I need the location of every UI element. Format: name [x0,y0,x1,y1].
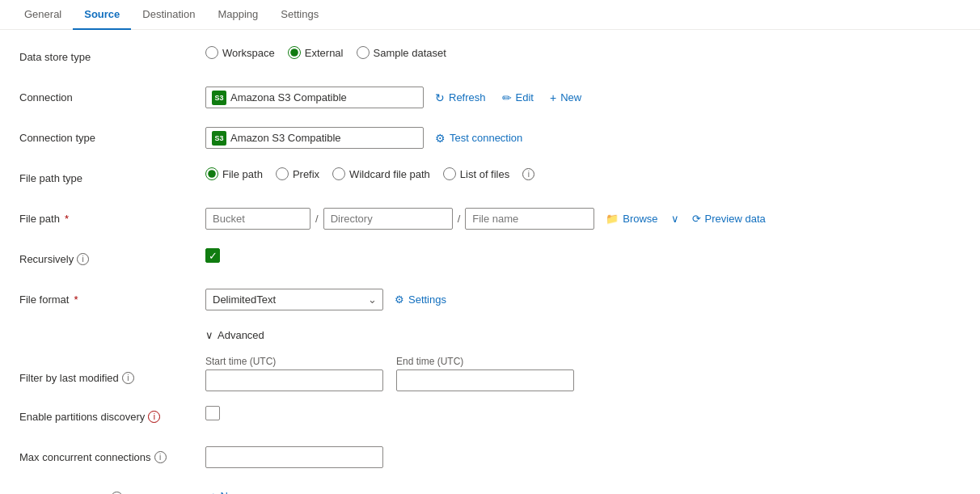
connection-select[interactable]: Amazona S3 Compatible [205,87,424,108]
browse-button[interactable]: 📁 Browse [601,209,662,228]
additional-new-label: New [221,490,242,494]
max-connections-info-icon[interactable]: i [154,451,167,463]
file-path-inputs: / / [205,208,594,230]
additional-columns-new-button[interactable]: + New [205,487,247,494]
radio-wildcard-label: Wildcard file path [349,168,430,180]
recursively-label: Recursively i [19,248,205,265]
tab-mapping[interactable]: Mapping [206,0,269,30]
edit-button[interactable]: ✏ Edit [497,88,539,108]
browse-dropdown-button[interactable]: ∨ [670,209,681,228]
file-format-required: * [74,293,78,306]
connection-type-select-wrapper: S3 Amazon S3 Compatible [205,127,424,149]
filter-label: Filter by last modified i [19,356,205,384]
data-store-type-label: Data store type [19,46,205,63]
file-path-type-info-icon[interactable]: i [522,168,534,180]
radio-wildcard[interactable]: Wildcard file path [332,167,430,180]
connection-label: Connection [19,87,205,103]
start-time-label: Start time (UTC) [205,356,383,367]
edit-icon: ✏ [502,91,512,104]
file-path-type-row: File path type File path Prefix Wildcard… [19,167,951,193]
file-format-row: File format* DelimitedText ⚙ Settings [19,289,951,315]
filename-input[interactable] [465,208,594,230]
refresh-button[interactable]: ↻ Refresh [430,88,491,108]
file-path-row: File path* / / 📁 Browse ∨ ⟳ Preview data [19,208,951,234]
radio-workspace[interactable]: Workspace [205,46,275,59]
radio-external-label: External [305,47,344,59]
file-format-label: File format* [19,289,205,306]
file-format-settings-button[interactable]: ⚙ Settings [390,290,451,309]
radio-listoffiles[interactable]: List of files [443,167,509,180]
radio-sample-input[interactable] [357,46,370,59]
file-format-select[interactable]: DelimitedText [205,289,383,310]
test-connection-button[interactable]: ⚙ Test connection [430,129,527,148]
connection-row: Connection S3 Amazona S3 Compatible ↻ Re… [19,87,951,112]
radio-sample[interactable]: Sample dataset [357,46,446,59]
partitions-label: Enable partitions discovery i [19,406,205,423]
additional-columns-row: Additional columns i + New [19,487,951,494]
path-separator-1: / [315,213,319,225]
test-label: Test connection [450,132,522,144]
radio-filepath-input[interactable] [205,167,218,180]
radio-prefix[interactable]: Prefix [276,167,319,180]
tab-general[interactable]: General [13,0,73,30]
connection-type-label: Connection type [19,127,205,144]
file-path-required: * [65,213,69,225]
connection-select-wrapper: S3 Amazona S3 Compatible [205,87,424,108]
settings-icon: ⚙ [395,293,404,306]
tab-bar: General Source Destination Mapping Setti… [0,0,980,30]
file-path-type-controls: File path Prefix Wildcard file path List… [205,167,951,180]
connection-controls: S3 Amazona S3 Compatible ↻ Refresh ✏ Edi… [205,87,951,108]
radio-filepath[interactable]: File path [205,167,263,180]
connection-type-select[interactable]: Amazon S3 Compatible [205,127,424,149]
file-format-controls: DelimitedText ⚙ Settings [205,289,951,310]
recursively-info-icon[interactable]: i [77,253,89,265]
file-path-type-label: File path type [19,167,205,184]
max-connections-row: Max concurrent connections i [19,446,951,472]
start-time-field: Start time (UTC) [205,356,383,391]
preview-icon: ⟳ [692,213,701,225]
tab-settings[interactable]: Settings [269,0,330,30]
refresh-icon: ↻ [435,91,445,104]
bucket-input[interactable] [205,208,310,230]
radio-workspace-input[interactable] [205,46,218,59]
preview-label: Preview data [705,213,766,225]
radio-external-input[interactable] [288,46,301,59]
connection-type-controls: S3 Amazon S3 Compatible ⚙ Test connectio… [205,127,951,149]
max-connections-label: Max concurrent connections i [19,446,205,463]
partitions-info-icon[interactable]: i [148,411,160,423]
directory-input[interactable] [323,208,453,230]
chevron-down-icon: ∨ [205,329,213,341]
preview-data-button[interactable]: ⟳ Preview data [687,209,771,228]
partitions-checkbox[interactable] [205,406,220,420]
additional-plus-icon: + [210,490,217,494]
file-format-settings-label: Settings [408,293,446,306]
end-time-field: End time (UTC) [396,356,574,391]
test-icon: ⚙ [435,132,446,145]
radio-wildcard-input[interactable] [332,167,345,180]
end-time-label: End time (UTC) [396,356,574,367]
filter-controls: Start time (UTC) End time (UTC) [205,356,951,391]
new-label: New [560,91,581,103]
file-path-controls: / / 📁 Browse ∨ ⟳ Preview data [205,208,951,230]
start-time-input[interactable] [205,369,383,391]
form-content: Data store type Workspace External Sampl… [0,30,970,494]
new-button[interactable]: + New [545,88,586,108]
radio-listoffiles-input[interactable] [443,167,456,180]
tab-source[interactable]: Source [73,0,131,30]
recursively-checkbox[interactable]: ✓ [205,248,220,263]
recursively-row: Recursively i ✓ [19,248,951,274]
max-connections-input[interactable] [205,446,383,468]
refresh-label: Refresh [449,91,486,103]
radio-external[interactable]: External [288,46,344,59]
additional-columns-controls: + New [205,487,951,494]
tab-destination[interactable]: Destination [131,0,206,30]
end-time-input[interactable] [396,369,574,391]
plus-icon: + [550,91,556,104]
connection-type-row: Connection type S3 Amazon S3 Compatible … [19,127,951,153]
advanced-toggle[interactable]: ∨ Advanced [205,329,951,341]
additional-columns-label: Additional columns i [19,487,205,494]
filter-info-icon[interactable]: i [122,372,134,384]
radio-listoffiles-label: List of files [460,168,509,180]
folder-icon: 📁 [606,213,619,225]
radio-prefix-input[interactable] [276,167,289,180]
